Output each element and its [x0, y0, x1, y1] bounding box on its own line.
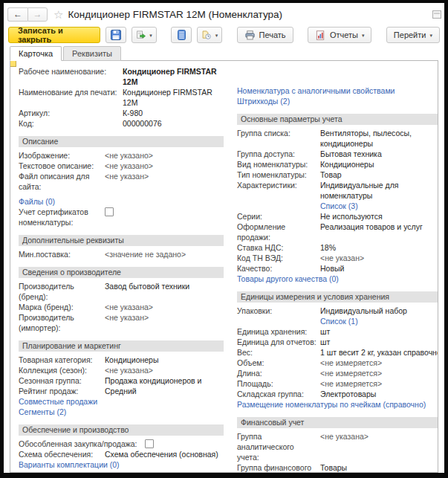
checkbox-row: Обособленная закупка/продажа:	[19, 439, 224, 449]
field-row: Код ТН ВЭД:<не указан>	[237, 253, 438, 263]
left-column: Рабочее наименование:Кондиционер FIRMSTA…	[19, 66, 224, 473]
screenshot-frame: ← → ☆ Кондиционер FIRMSTAR 12M (Номенкла…	[0, 0, 448, 478]
link-row: Штрихкоды (2)	[237, 96, 438, 106]
field-row: Складская группа:Электротовары	[237, 389, 438, 399]
field-value[interactable]: <не указана>	[105, 302, 224, 312]
field-value[interactable]: <не указана>	[105, 365, 224, 375]
field-value[interactable]: Кондиционер FIRMSTAR 12M	[123, 66, 224, 87]
field-value[interactable]: Бытовая техника	[320, 149, 438, 159]
field-value[interactable]: Индивидуальный наборСписок (1)	[320, 306, 438, 326]
favorite-star-icon[interactable]: ☆	[53, 9, 63, 20]
back-button[interactable]: ←	[7, 7, 27, 22]
field-value[interactable]: Схема обеспечения (основная)	[105, 449, 224, 459]
field-label: Оформление продажи:	[237, 222, 320, 242]
goto-button[interactable]: Перейти ▾	[386, 27, 440, 43]
checkbox[interactable]	[105, 207, 114, 216]
form-section: Рабочее наименование:Кондиционер FIRMSTA…	[19, 66, 224, 129]
field-value[interactable]: Средний	[105, 386, 224, 396]
link[interactable]: Список (1)	[320, 317, 358, 326]
field-value[interactable]: Завод бытовой техники	[105, 281, 224, 291]
link[interactable]: Штрихкоды (2)	[237, 96, 290, 106]
form-section: Обеспечение и производствоОбособленная з…	[19, 424, 224, 473]
link[interactable]: Совместные продажи	[19, 396, 97, 407]
field-value[interactable]: <не указано>	[105, 150, 224, 161]
field-row: Упаковки:Индивидуальный наборСписок (1)	[237, 306, 438, 326]
field-row: Группа аналитического учета:<не указана>	[237, 431, 438, 462]
field-row: Коллекция (сезон):<не указана>	[19, 365, 224, 375]
field-row: Товарная категория:Кондиционеры	[19, 355, 224, 365]
field-label: Учет сертификатов номенклатуры:	[19, 207, 105, 227]
field-row: Артикул:К-980	[19, 108, 224, 118]
field-value[interactable]: <не указано>	[105, 161, 224, 171]
reports-button[interactable]: Отчеты ▾	[308, 27, 372, 43]
section-header: Финансовый учет	[237, 417, 438, 428]
form-section: Номенклатура с аналогичными свойствамиШт…	[237, 85, 438, 106]
field-value[interactable]: Кондиционер FIRMSTAR 12M	[123, 87, 224, 108]
link[interactable]: Настройка поддержания запасов	[19, 470, 139, 473]
field-value[interactable]: Новый	[320, 263, 438, 274]
floppy-icon	[110, 29, 122, 41]
history-button[interactable]: ▾	[197, 27, 222, 43]
save-and-close-button[interactable]: Записать и закрыть	[8, 27, 100, 43]
save-button[interactable]	[105, 27, 126, 43]
field-value[interactable]: <не измеряется>	[320, 358, 438, 368]
field-value[interactable]: Кондиционеры	[320, 159, 438, 169]
link-row: Размещение номенклатуры по ячейкам (спра…	[237, 399, 438, 410]
field-value[interactable]: <не измеряется>	[320, 368, 438, 378]
field-value[interactable]: <значение не задано>	[105, 249, 224, 259]
field-value[interactable]: <не указан>	[320, 253, 438, 263]
field-label: Серии:	[237, 211, 320, 222]
field-row: Длина:<не измеряется>	[237, 368, 438, 378]
field-value[interactable]: Не используются	[320, 211, 438, 222]
field-value[interactable]: 000000076	[123, 118, 224, 129]
field-value[interactable]: Кондиционеры	[105, 355, 224, 365]
field-value[interactable]: Товар	[320, 169, 438, 180]
link-row: Совместные продажи	[19, 396, 224, 407]
field-value[interactable]: Реализация товаров и услуг	[320, 222, 438, 232]
field-row: Единица хранения:шт	[237, 326, 438, 337]
structure-list-button[interactable]	[171, 27, 192, 43]
link[interactable]: Список (3)	[320, 201, 358, 210]
print-button[interactable]: Печать	[237, 27, 293, 43]
field-value[interactable]: <не указана>	[320, 431, 438, 442]
field-label: Сезонная группа:	[19, 375, 105, 386]
link[interactable]: Номенклатура с аналогичными свойствами	[237, 85, 395, 96]
tab-details[interactable]: Реквизиты	[63, 46, 121, 61]
field-value[interactable]: Товары	[320, 462, 438, 473]
field-value[interactable]: <не измеряется>	[320, 378, 438, 389]
field-row: Марка (бренд):<не указана>	[19, 302, 224, 312]
field-label: Вес:	[237, 347, 320, 358]
form-section: Основные параметры учетаГруппа списка:Ве…	[237, 114, 438, 284]
field-value[interactable]: Продажа кондиционеров и	[105, 375, 224, 386]
field-label: Качество:	[237, 263, 320, 274]
tab-card[interactable]: Карточка	[10, 46, 62, 61]
field-label: Изображение:	[19, 150, 105, 161]
link[interactable]: Размещение номенклатуры по ячейкам (спра…	[237, 399, 426, 410]
field-label: Объем:	[237, 358, 320, 368]
field-value[interactable]: 1 шт весит 2 кг, указан справочно	[320, 347, 438, 358]
field-label: Тип номенклатуры:	[237, 169, 320, 180]
field-value[interactable]: шт	[320, 326, 438, 337]
field-value[interactable]: <не указан>	[105, 312, 224, 323]
field-value[interactable]: Электротовары	[320, 389, 438, 399]
field-label: Группа списка:	[237, 128, 320, 138]
section-header: Обеспечение и производство	[19, 424, 224, 436]
link[interactable]: Файлы (0)	[19, 196, 55, 207]
link[interactable]: Товары другого качества (0)	[237, 274, 339, 284]
link[interactable]: Сегменты (2)	[19, 407, 66, 417]
link[interactable]: Варианты комплектации (0)	[19, 459, 120, 470]
forward-button[interactable]: →	[27, 7, 48, 22]
field-value[interactable]: К-980	[123, 108, 224, 118]
field-value[interactable]: шт	[320, 337, 438, 347]
window-dock-icon[interactable]	[432, 10, 441, 19]
field-label: Длина:	[237, 368, 320, 378]
field-value[interactable]: Вентиляторы, пылесосы, кондиционеры	[320, 128, 438, 149]
field-value[interactable]: 18%	[320, 242, 438, 253]
link-row: Товары другого качества (0)	[237, 274, 438, 284]
field-label: Рейтинг продаж:	[19, 386, 105, 396]
post-document-button[interactable]: ▾	[132, 27, 157, 43]
field-value[interactable]: Индивидуальные для номенклатурыСписок (3…	[320, 180, 438, 211]
field-value[interactable]: <не указан>	[105, 171, 224, 181]
checkbox[interactable]	[145, 439, 154, 448]
field-row: Файл описания для сайта:<не указан>	[19, 171, 224, 192]
